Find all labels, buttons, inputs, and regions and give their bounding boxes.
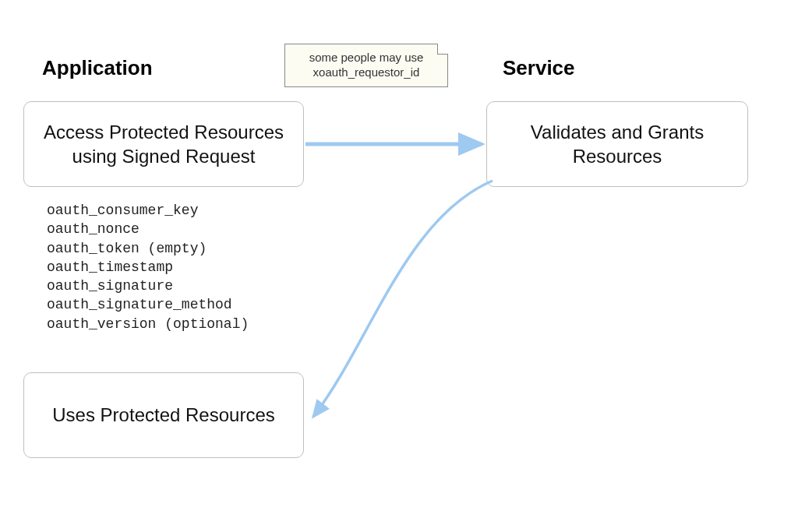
note-corner-fold: [437, 44, 448, 55]
node-access-label: Access Protected Resources using Signed …: [38, 120, 289, 168]
node-uses-label: Uses Protected Resources: [52, 403, 274, 427]
heading-service: Service: [503, 56, 575, 80]
note-line2: xoauth_requestor_id: [313, 65, 420, 79]
node-validate-label: Validates and Grants Resources: [501, 120, 733, 168]
node-validates-grants: Validates and Grants Resources: [486, 101, 748, 187]
note-xoauth-requestor: some people may use xoauth_requestor_id: [284, 44, 448, 87]
note-line1: some people may use: [309, 51, 424, 64]
heading-application: Application: [42, 56, 153, 80]
oauth-parameter-list: oauth_consumer_key oauth_nonce oauth_tok…: [47, 201, 249, 333]
node-uses-protected-resources: Uses Protected Resources: [23, 372, 304, 458]
arrow-service-to-uses: [313, 181, 493, 417]
node-access-protected-resources: Access Protected Resources using Signed …: [23, 101, 304, 187]
